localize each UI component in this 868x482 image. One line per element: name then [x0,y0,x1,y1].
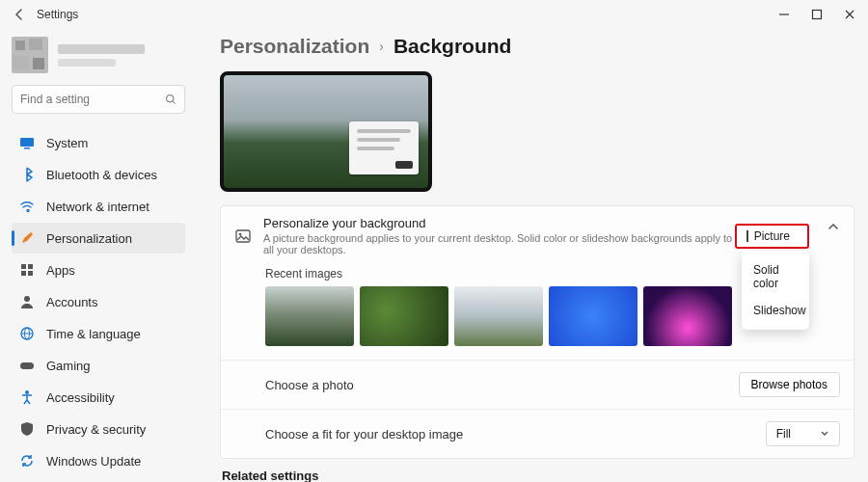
dropdown-option-solid[interactable]: Solid color [742,256,809,297]
sidebar-item-label: Windows Update [46,454,141,469]
sidebar-item-network[interactable]: Network & internet [12,191,185,222]
chevron-down-icon [820,429,829,439]
sidebar-item-bluetooth[interactable]: Bluetooth & devices [12,159,185,190]
svg-point-10 [24,296,30,302]
apps-icon [19,262,35,278]
sidebar-item-label: Network & internet [46,200,149,214]
sidebar-item-label: Accessibility [46,390,115,405]
svg-rect-4 [20,138,34,147]
image-icon [234,228,252,245]
person-icon [19,294,35,309]
search-input[interactable] [20,93,165,106]
sidebar-item-privacy[interactable]: Privacy & security [12,414,185,444]
chevron-right-icon: › [379,39,384,54]
nav-list: System Bluetooth & devices Network & int… [12,127,185,476]
titlebar: Settings [0,0,868,29]
app-title: Settings [37,8,78,21]
svg-rect-1 [813,11,822,19]
sidebar-item-gaming[interactable]: Gaming [12,350,185,381]
desktop-preview [220,71,432,192]
globe-icon [19,326,35,341]
svg-rect-8 [21,271,26,276]
sidebar-item-label: Time & language [46,327,141,341]
breadcrumb-parent[interactable]: Personalization [220,35,369,58]
svg-rect-5 [24,147,30,149]
thumbnail[interactable] [454,286,543,346]
sidebar-item-label: System [46,136,88,150]
system-icon [19,135,35,150]
svg-rect-16 [236,230,250,242]
preview-window [349,121,419,174]
svg-point-15 [25,390,29,394]
gamepad-icon [19,358,35,373]
svg-rect-7 [28,264,33,269]
svg-line-3 [173,101,175,103]
sidebar-item-label: Privacy & security [46,422,146,437]
bluetooth-icon [19,167,35,182]
shield-icon [19,421,35,437]
back-button[interactable] [12,7,27,22]
avatar [12,37,48,73]
svg-point-2 [167,95,175,103]
thumbnail[interactable] [643,286,732,346]
svg-rect-14 [20,362,34,369]
sidebar-item-personalization[interactable]: Personalization [12,223,185,254]
thumbnail[interactable] [549,286,637,346]
fit-dropdown[interactable]: Fill [766,421,840,446]
background-type-dropdown[interactable]: Picture [735,224,809,249]
chevron-up-icon[interactable] [827,220,840,233]
sidebar-item-time[interactable]: Time & language [12,318,185,349]
paintbrush-icon [19,230,35,246]
card-subtitle: A picture background applies to your cur… [263,232,735,255]
thumbnail[interactable] [265,286,354,346]
search-icon [165,93,176,106]
browse-photos-button[interactable]: Browse photos [739,372,840,397]
choose-fit-label: Choose a fit for your desktop image [265,427,766,442]
search-box[interactable] [12,85,185,114]
sidebar-item-update[interactable]: Windows Update [12,445,185,476]
svg-rect-6 [21,264,26,269]
sidebar-item-label: Gaming [46,359,91,373]
wifi-icon [19,199,35,214]
sidebar-item-accounts[interactable]: Accounts [12,286,185,317]
accessibility-icon [19,389,35,405]
dropdown-option-slideshow[interactable]: Slideshow [742,297,809,324]
minimize-button[interactable] [777,8,791,21]
svg-point-17 [239,232,242,235]
dropdown-menu: Solid color Slideshow [742,251,809,330]
update-icon [19,453,35,469]
sidebar-item-label: Apps [46,263,75,278]
sidebar: System Bluetooth & devices Network & int… [0,29,193,482]
thumbnail[interactable] [360,286,448,346]
sidebar-item-accessibility[interactable]: Accessibility [12,382,185,413]
choose-photo-label: Choose a photo [265,378,739,392]
personalize-card: Personalize your background A picture ba… [220,205,854,459]
account-name [58,44,145,67]
breadcrumb-current: Background [393,35,512,58]
maximize-button[interactable] [810,8,824,21]
sidebar-item-label: Personalization [46,231,132,246]
sidebar-item-label: Bluetooth & devices [46,168,157,182]
account-header[interactable] [12,33,185,85]
sidebar-item-label: Accounts [46,295,97,309]
card-title: Personalize your background [263,216,735,230]
sidebar-item-system[interactable]: System [12,127,185,158]
svg-rect-9 [28,271,33,276]
related-settings-heading: Related settings [222,469,854,482]
breadcrumb: Personalization › Background [220,35,854,58]
close-button[interactable] [843,8,856,21]
sidebar-item-apps[interactable]: Apps [12,254,185,285]
main-content: Personalization › Background Personalize… [193,29,868,482]
